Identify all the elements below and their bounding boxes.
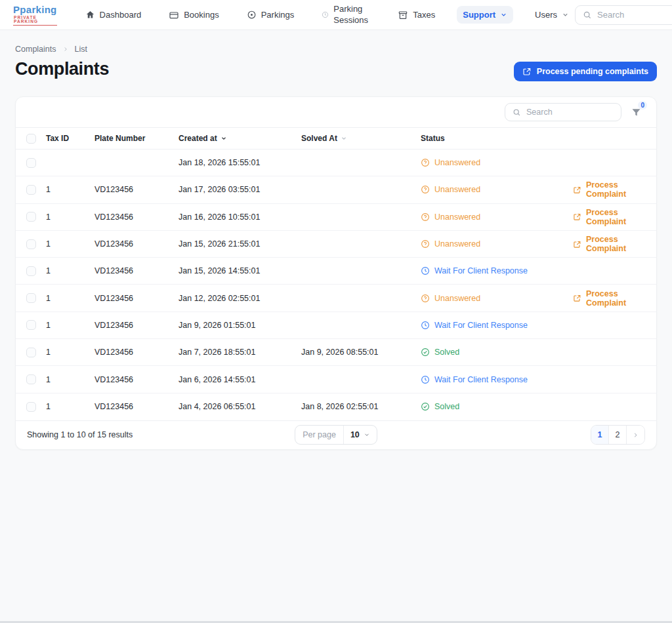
external-link-icon [573,212,581,221]
column-header-plate-number: Plate Number [94,134,178,143]
header-checkbox-cell [16,134,46,144]
tax-id-cell: 1 [46,375,94,384]
created-at-cell: Jan 17, 2026 03:55:01 [178,185,301,194]
row-checkbox-cell [16,185,46,195]
chevron-down-icon [562,11,569,18]
row-action-cell: Process Complaint [573,180,656,199]
status-label: Unanswered [434,239,480,249]
tax-id-cell: 1 [46,266,94,275]
chevron-right-icon [62,46,69,52]
row-checkbox[interactable] [26,293,36,303]
process-complaint-link[interactable]: Process Complaint [573,180,645,199]
complaints-card: 0 Tax ID Plate Number Created at Solved … [15,96,657,450]
breadcrumb-complaints[interactable]: Complaints [15,45,56,54]
created-at-cell: Jan 15, 2026 14:55:01 [178,266,301,275]
status-label: Solved [434,402,459,411]
question-circle-icon [421,239,430,249]
global-search-input[interactable] [597,10,669,20]
table-search-input[interactable] [526,108,605,117]
nav-item-dashboard[interactable]: Dashboard [79,6,148,24]
nav-label: Parking Sessions [333,4,370,26]
action-label: Process Complaint [586,208,645,226]
top-navigation-bar: Pparking PRIVATE PARKING Dashboard Booki… [0,0,672,30]
row-checkbox[interactable] [26,239,36,249]
row-checkbox[interactable] [26,320,36,330]
column-header-created-at[interactable]: Created at [178,134,301,143]
status-badge: Solved [421,402,573,411]
row-checkbox-cell [16,348,46,357]
status-badge: Unanswered [421,212,573,222]
created-at-cell: Jan 12, 2026 02:55:01 [178,294,301,303]
next-page-button[interactable] [627,426,644,444]
select-all-checkbox[interactable] [26,134,36,144]
nav-item-parking-sessions[interactable]: Parking Sessions [316,0,376,30]
table-search[interactable] [505,103,621,121]
process-complaint-link[interactable]: Process Complaint [573,208,645,226]
filter-button[interactable]: 0 [631,107,646,118]
created-at-cell: Jan 15, 2026 21:55:01 [178,239,301,249]
plate-number-cell: VD123456 [94,185,178,194]
main-nav: Dashboard Bookings Parkings Parking Sess… [79,0,575,30]
chevron-down-icon [500,11,507,18]
nav-item-support[interactable]: Support [457,6,513,24]
status-label: Wait For Client Response [434,375,528,384]
home-icon [85,10,95,20]
pagination: 1 2 [591,425,645,445]
tax-id-cell: 1 [46,239,94,249]
row-checkbox[interactable] [26,402,36,412]
global-search[interactable] [575,5,672,25]
column-header-tax-id: Tax ID [46,134,94,143]
process-pending-complaints-button[interactable]: Process pending complaints [514,62,657,81]
process-complaint-link[interactable]: Process Complaint [573,289,645,308]
tax-id-cell: 1 [46,185,94,194]
check-circle-icon [421,402,430,411]
column-header-solved-at[interactable]: Solved At [301,134,421,143]
breadcrumb-list: List [75,45,87,54]
nav-item-bookings[interactable]: Bookings [163,6,224,24]
status-badge: Wait For Client Response [421,266,573,275]
row-checkbox-cell [16,239,46,249]
status-label: Unanswered [434,185,480,194]
plate-number-cell: VD123456 [94,266,178,275]
brand-logo[interactable]: Pparking PRIVATE PARKING [13,5,57,26]
page-button-1[interactable]: 1 [591,426,609,444]
nav-item-taxes[interactable]: Taxes [392,6,441,24]
nav-item-parkings[interactable]: Parkings [241,6,301,24]
table-toolbar: 0 [16,97,656,127]
status-label: Unanswered [434,158,480,167]
row-checkbox[interactable] [26,266,36,276]
action-label: Process Complaint [586,289,645,308]
row-checkbox[interactable] [26,158,36,168]
button-label: Process pending complaints [537,67,648,76]
row-checkbox[interactable] [26,185,36,195]
row-checkbox[interactable] [26,348,36,357]
process-complaint-link[interactable]: Process Complaint [573,235,645,253]
solved-at-cell: Jan 9, 2026 08:55:01 [301,348,421,357]
status-label: Wait For Client Response [434,266,528,275]
tax-id-cell: 1 [46,321,94,330]
per-page-value: 10 [350,430,360,439]
card-icon [169,10,179,20]
filter-count-badge: 0 [638,101,647,110]
clock-icon [421,375,430,384]
tax-id-cell: 1 [46,294,94,303]
sort-chevron-down-icon [220,135,227,142]
external-link-icon [573,186,581,194]
nav-item-users[interactable]: Users [529,6,575,24]
page-button-2[interactable]: 2 [609,426,627,444]
status-label: Solved [434,348,459,357]
per-page-select[interactable]: Per page 10 [295,425,377,445]
column-label: Created at [178,134,217,143]
row-checkbox[interactable] [26,212,36,222]
brand-tagline: PRIVATE PARKING [13,14,57,26]
status-badge: Wait For Client Response [421,321,573,330]
row-checkbox[interactable] [26,374,36,384]
table-row: Jan 18, 2026 15:55:01 Unanswered [16,150,656,176]
created-at-cell: Jan 16, 2026 10:55:01 [178,212,301,222]
external-link-icon [573,240,581,249]
nav-label: Users [535,10,557,20]
question-circle-icon [421,294,430,303]
row-checkbox-cell [16,293,46,303]
question-circle-icon [421,158,430,167]
action-label: Process Complaint [586,180,645,199]
